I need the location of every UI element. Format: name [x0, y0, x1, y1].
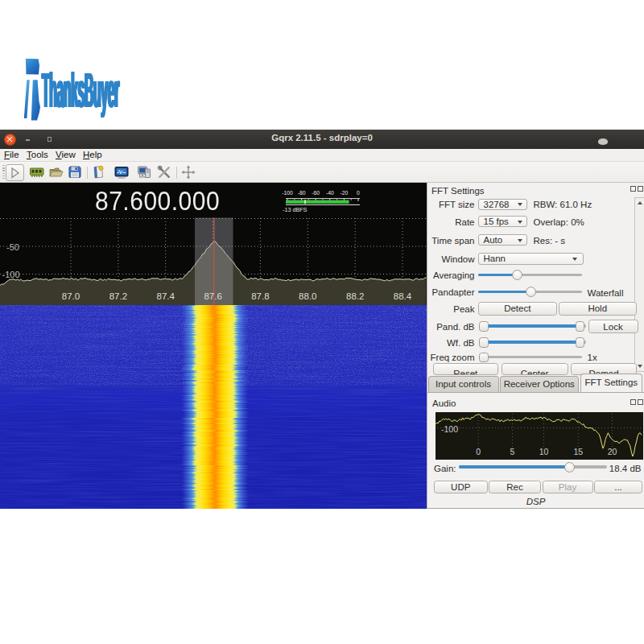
svg-text:87.4: 87.4 — [157, 291, 175, 301]
svg-text:87.8: 87.8 — [251, 291, 269, 301]
svg-text:-50: -50 — [6, 242, 19, 252]
svg-text:15: 15 — [573, 446, 583, 456]
svg-text:20: 20 — [607, 446, 617, 456]
svg-text:-100: -100 — [282, 190, 293, 196]
svg-text:0: 0 — [357, 190, 360, 196]
svg-text:88.2: 88.2 — [346, 291, 364, 301]
svg-text:-40: -40 — [326, 190, 334, 196]
svg-text:88.4: 88.4 — [394, 291, 412, 301]
svg-text:10: 10 — [539, 446, 548, 456]
svg-text:87.0: 87.0 — [62, 291, 80, 301]
svg-text:5: 5 — [510, 446, 514, 456]
svg-text:-100: -100 — [441, 423, 458, 433]
svg-text:-80: -80 — [298, 190, 306, 196]
svg-text:87.2: 87.2 — [109, 291, 127, 301]
svg-text:87.6: 87.6 — [204, 291, 221, 301]
svg-text:-20: -20 — [340, 190, 348, 196]
svg-text:-60: -60 — [312, 190, 320, 196]
svg-text:-100: -100 — [2, 270, 20, 279]
svg-text:88.0: 88.0 — [299, 291, 316, 301]
svg-text:0: 0 — [476, 446, 481, 456]
svg-text:-13 dBFS: -13 dBFS — [283, 206, 308, 213]
